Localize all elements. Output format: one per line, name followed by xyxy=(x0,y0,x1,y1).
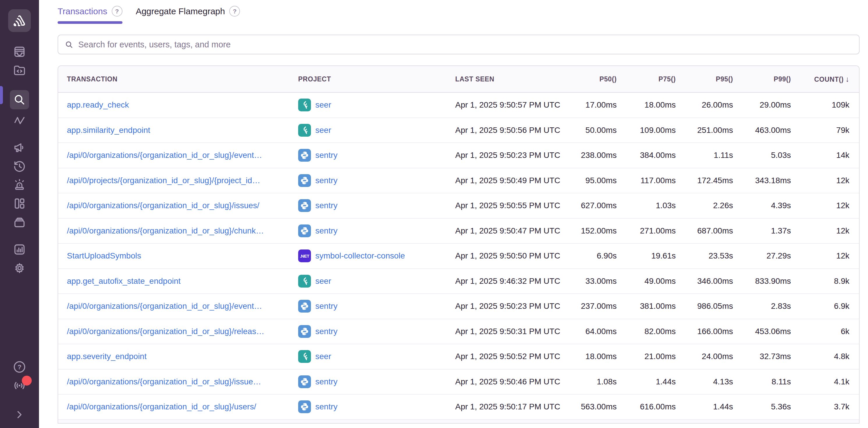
project-link[interactable]: sentry xyxy=(315,301,337,311)
table-row[interactable]: /api/0/organizations/{organization_id_or… xyxy=(58,143,859,168)
sidebar-item-replays[interactable] xyxy=(10,159,29,174)
table-row[interactable]: /api/0/projects/{organization_id_or_slug… xyxy=(58,168,859,194)
p50-cell: 152.00ms xyxy=(561,226,617,235)
project-link[interactable]: sentry xyxy=(315,151,337,160)
p99-cell: 27.29s xyxy=(733,251,791,261)
column-header-p50[interactable]: P50() xyxy=(561,75,617,83)
seer-project-icon xyxy=(298,275,311,288)
p95-cell: 251.00ms xyxy=(676,126,733,135)
last-seen-cell: Apr 1, 2025 9:50:46 PM UTC xyxy=(455,377,561,387)
sidebar-item-stats[interactable] xyxy=(10,242,29,257)
table-row[interactable]: /api/0/organizations/{organization_id_or… xyxy=(58,319,859,344)
transaction-link[interactable]: StartUploadSymbols xyxy=(67,251,141,260)
transaction-link[interactable]: app.similarity_endpoint xyxy=(67,126,150,135)
sidebar-item-releases[interactable] xyxy=(10,215,29,230)
p75-cell: 1.44s xyxy=(617,377,676,387)
transaction-link[interactable]: app.ready_check xyxy=(67,100,129,109)
last-seen-cell: Apr 1, 2025 9:50:57 PM UTC xyxy=(455,100,561,110)
column-header-transaction[interactable]: TRANSACTION xyxy=(67,75,298,83)
transaction-link[interactable]: /api/0/organizations/{organization_id_or… xyxy=(67,377,261,386)
main-content: Transactions ? Aggregate Flamegraph ? Se… xyxy=(39,6,868,424)
p50-cell: 237.00ms xyxy=(561,301,617,311)
p50-cell: 33.00ms xyxy=(561,276,617,286)
sidebar-expand-button[interactable] xyxy=(10,407,29,422)
seer-project-icon xyxy=(298,99,311,111)
table-row[interactable]: app.similarity_endpoint seer Apr 1, 2025… xyxy=(58,118,859,143)
sidebar-item-whats-new[interactable] xyxy=(10,378,29,393)
tab-transactions[interactable]: Transactions ? xyxy=(58,6,122,24)
tab-aggregate-flamegraph-help-icon[interactable]: ? xyxy=(229,6,240,17)
project-cell: seer xyxy=(298,350,455,363)
p50-cell: 6.90s xyxy=(561,251,617,261)
p95-cell: 1.44s xyxy=(676,402,733,411)
table-row[interactable]: /api/0/organizations/{organization_id_or… xyxy=(58,219,859,244)
transaction-link[interactable]: /api/0/organizations/{organization_id_or… xyxy=(67,327,265,336)
p99-cell: 4.39s xyxy=(733,201,791,210)
transaction-link[interactable]: /api/0/organizations/{organization_id_or… xyxy=(67,226,264,235)
table-row[interactable]: app.get_autofix_state_endpoint seer Apr … xyxy=(58,269,859,294)
project-link[interactable]: sentry xyxy=(315,402,337,411)
project-link[interactable]: seer xyxy=(315,352,331,361)
tab-aggregate-flamegraph[interactable]: Aggregate Flamegraph ? xyxy=(136,6,240,24)
project-link[interactable]: seer xyxy=(315,126,331,135)
sort-descending-icon: ↓ xyxy=(845,75,849,84)
sidebar-item-alerts[interactable] xyxy=(10,177,29,193)
project-link[interactable]: symbol-collector-console xyxy=(315,251,405,261)
megaphone-icon xyxy=(12,140,27,155)
sidebar-item-feedback[interactable] xyxy=(10,140,29,155)
p75-cell: 19.61s xyxy=(617,251,676,261)
project-link[interactable]: sentry xyxy=(315,201,337,210)
sidebar-item-help[interactable]: ? xyxy=(10,359,29,374)
tab-transactions-help-icon[interactable]: ? xyxy=(112,6,122,17)
count-cell: 12k xyxy=(791,201,849,210)
column-header-count[interactable]: COUNT()↓ xyxy=(791,75,849,84)
sidebar-item-dashboards[interactable] xyxy=(10,196,29,211)
transaction-link[interactable]: /api/0/organizations/{organization_id_or… xyxy=(67,201,259,210)
siren-icon xyxy=(12,178,27,192)
transaction-link[interactable]: /api/0/organizations/{organization_id_or… xyxy=(67,402,256,411)
project-link[interactable]: seer xyxy=(315,276,331,286)
project-cell: .NET symbol-collector-console xyxy=(298,250,455,262)
transaction-link[interactable]: app.get_autofix_state_endpoint xyxy=(67,276,181,286)
project-link[interactable]: seer xyxy=(315,100,331,110)
column-header-project[interactable]: PROJECT xyxy=(298,75,455,83)
table-row[interactable]: /api/0/organizations/{organization_id_or… xyxy=(58,294,859,319)
transaction-link[interactable]: /api/0/projects/{organization_id_or_slug… xyxy=(67,176,260,185)
column-header-p75[interactable]: P75() xyxy=(617,75,676,83)
table-row[interactable]: /api/0/organizations/{organization_id_or… xyxy=(58,395,859,420)
project-link[interactable]: sentry xyxy=(315,176,337,185)
transaction-cell: app.severity_endpoint xyxy=(67,352,298,361)
active-nav-indicator xyxy=(0,86,3,104)
table-row[interactable]: app.severity_endpoint seer Apr 1, 2025 9… xyxy=(58,344,859,369)
sentry-logo[interactable] xyxy=(8,9,31,32)
p50-cell: 563.00ms xyxy=(561,402,617,411)
table-row[interactable]: app.ready_check seer Apr 1, 2025 9:50:57… xyxy=(58,93,859,118)
table-row[interactable]: StartUploadSymbols .NET symbol-collector… xyxy=(58,244,859,269)
p99-cell: 463.00ms xyxy=(733,126,791,135)
sidebar-item-search[interactable] xyxy=(10,90,29,109)
p75-cell: 49.00ms xyxy=(617,276,676,286)
search-input[interactable]: Search for events, users, tags, and more xyxy=(58,35,860,54)
sidebar-item-issues[interactable] xyxy=(10,44,29,59)
column-header-p99[interactable]: P99() xyxy=(733,75,791,83)
transaction-cell: StartUploadSymbols xyxy=(67,251,298,261)
transaction-link[interactable]: /api/0/organizations/{organization_id_or… xyxy=(67,151,262,160)
last-seen-cell: Apr 1, 2025 9:50:17 PM UTC xyxy=(455,402,561,411)
column-header-p95[interactable]: P95() xyxy=(676,75,733,83)
p95-cell: 23.53s xyxy=(676,251,733,261)
sidebar-item-settings[interactable] xyxy=(10,261,29,276)
column-header-last-seen[interactable]: LAST SEEN xyxy=(455,75,561,83)
count-cell: 6k xyxy=(791,327,849,336)
transaction-link[interactable]: app.severity_endpoint xyxy=(67,352,147,361)
project-cell: sentry xyxy=(298,325,455,338)
table-row[interactable]: /api/0/organizations/{organization_id_or… xyxy=(58,193,859,219)
sidebar-item-traces[interactable] xyxy=(10,113,29,128)
transaction-link[interactable]: /api/0/organizations/{organization_id_or… xyxy=(67,301,262,310)
last-seen-cell: Apr 1, 2025 9:50:55 PM UTC xyxy=(455,201,561,210)
last-seen-cell: Apr 1, 2025 9:50:31 PM UTC xyxy=(455,327,561,336)
project-link[interactable]: sentry xyxy=(315,327,337,336)
project-link[interactable]: sentry xyxy=(315,226,337,235)
sidebar-item-explore[interactable] xyxy=(10,63,29,78)
project-link[interactable]: sentry xyxy=(315,377,337,387)
table-row[interactable]: /api/0/organizations/{organization_id_or… xyxy=(58,369,859,395)
